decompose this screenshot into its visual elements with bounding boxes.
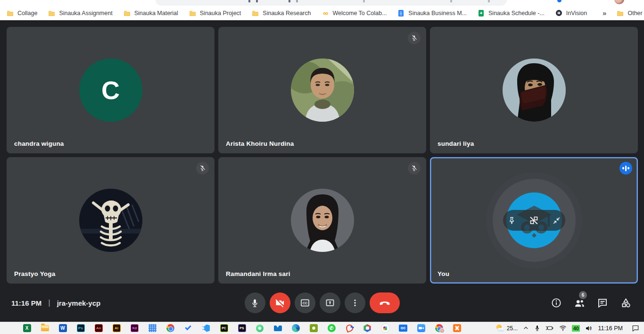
taskbar-edge[interactable] <box>287 322 305 334</box>
excel-icon: X <box>23 324 31 332</box>
folder-icon <box>189 9 197 17</box>
taskbar-slack[interactable] <box>376 322 394 334</box>
taskbar-screen-recorder[interactable] <box>305 322 322 334</box>
present-button[interactable] <box>320 292 340 313</box>
show-everyone-button[interactable]: 6 <box>573 297 586 309</box>
participant-name: Arista Khoiru Nurdina <box>226 140 294 147</box>
participant-grid: C chandra wiguna <box>7 27 638 284</box>
whatsapp-icon: ✆ <box>328 324 336 332</box>
taskbar-calendar-app[interactable] <box>143 322 161 334</box>
bookmark-invision[interactable]: InVision <box>555 9 587 17</box>
extension-icon[interactable] <box>557 0 561 2</box>
invision-icon <box>555 9 563 17</box>
participant-tile[interactable]: Ramandani Irma sari <box>218 157 426 284</box>
taskbar-pycharm[interactable]: PC <box>215 322 233 334</box>
other-bookmarks-button[interactable]: Other bookmarks <box>617 9 644 17</box>
taskbar-start-button[interactable] <box>0 322 18 334</box>
bookmark-sinauka-material[interactable]: Sinauka Material <box>124 9 178 17</box>
taskbar-clock[interactable]: 11:16 PM <box>598 325 623 332</box>
speaking-indicator <box>619 162 632 175</box>
avatar <box>291 189 354 252</box>
taskbar-phpstorm[interactable]: PS <box>233 322 251 334</box>
taskbar-media-app[interactable] <box>340 322 358 334</box>
omnibox-tick <box>248 0 250 2</box>
taskbar-whatsapp[interactable]: ✆ <box>322 322 340 334</box>
meeting-details-button[interactable] <box>550 297 562 309</box>
taskbar-mail[interactable] <box>269 322 287 334</box>
taskbar-todo-check[interactable] <box>179 322 197 334</box>
taskbar-android-emulator[interactable] <box>251 322 269 334</box>
bookmark-sinauka-schedule-[interactable]: Sinauka Schedule -... <box>478 9 545 17</box>
wifi-icon[interactable] <box>559 325 567 331</box>
weather-widget[interactable]: 25... <box>495 325 518 332</box>
bookmark-collage[interactable]: Collage <box>7 9 37 17</box>
taskbar-photoshop[interactable]: Ps <box>72 322 90 334</box>
bookmark-label: Sinauka Research <box>263 10 311 17</box>
taskbar-adobe-xd[interactable]: Xd <box>125 322 143 334</box>
taskbar-word[interactable]: W <box>54 322 72 334</box>
pycharm-icon: PC <box>220 324 228 332</box>
tile-hover-controls <box>503 210 565 231</box>
docs-icon <box>397 9 405 17</box>
bookmarks-overflow-chevron[interactable]: » <box>598 9 611 17</box>
participant-tile[interactable]: Arista Khoiru Nurdina <box>218 27 426 153</box>
taskbar-animate[interactable]: An <box>90 322 107 334</box>
mail-icon <box>274 326 282 331</box>
taskbar-chrome[interactable] <box>161 322 179 334</box>
activities-button[interactable] <box>619 297 632 309</box>
meet-bottom-bar: 11:16 PM | jra-ymek-ycp <box>0 284 644 322</box>
participant-tile[interactable]: sundari liya <box>430 27 638 153</box>
taskbar-chrome-profile[interactable] <box>430 322 448 334</box>
participant-tile[interactable]: C chandra wiguna <box>7 27 215 153</box>
captions-button[interactable]: CC <box>295 292 315 313</box>
action-center-icon[interactable] <box>632 325 639 332</box>
omnibox-tick <box>450 0 452 2</box>
animate-icon: An <box>95 324 103 332</box>
remove-from-grid-button[interactable] <box>529 216 539 225</box>
taskbar-illustrator[interactable]: Ai <box>107 322 125 334</box>
taskbar-file-explorer[interactable] <box>36 322 54 334</box>
omnibox[interactable] <box>156 0 507 6</box>
more-options-button[interactable] <box>345 292 365 313</box>
bookmark-sinauka-research[interactable]: Sinauka Research <box>252 9 311 17</box>
android-emulator-icon <box>256 325 264 332</box>
participant-tile[interactable]: Prastyo Yoga <box>7 157 215 284</box>
taskbar-oc-app[interactable]: oc <box>394 322 412 334</box>
bookmark-label: Sinauka Project <box>200 10 241 17</box>
chat-button[interactable] <box>596 297 609 309</box>
word-icon: W <box>59 324 67 332</box>
bookmark-sinauka-assignment[interactable]: Sinauka Assignment <box>48 9 112 17</box>
taskbar-excel[interactable]: X <box>18 322 36 334</box>
microphone-button[interactable] <box>245 292 265 313</box>
bookmark-sinauka-project[interactable]: Sinauka Project <box>189 9 241 17</box>
chrome-icon <box>166 324 174 332</box>
tray-microphone-icon[interactable] <box>534 325 540 332</box>
leave-call-button[interactable] <box>370 292 400 313</box>
taskbar-zoom-app[interactable] <box>412 322 430 334</box>
volume-icon[interactable] <box>585 325 593 332</box>
bookmarks-bar: CollageSinauka AssignmentSinauka Materia… <box>0 6 644 21</box>
taskbar-vscode[interactable] <box>197 322 215 334</box>
participant-tile-you[interactable]: You <box>430 157 638 284</box>
folder-icon <box>48 9 56 17</box>
screen-recorder-icon <box>310 324 318 332</box>
taskbar-xampp[interactable] <box>448 322 466 334</box>
hidden-icons-chevron[interactable] <box>523 325 529 331</box>
minimize-button[interactable] <box>552 216 561 225</box>
taskbar-hexagon-app[interactable] <box>358 322 376 334</box>
xampp-icon <box>453 324 461 332</box>
browser-avatar[interactable] <box>614 0 624 4</box>
file-explorer-icon <box>41 325 49 331</box>
folder-icon <box>7 9 14 17</box>
pin-button[interactable] <box>507 216 516 225</box>
photoshop-icon: Ps <box>77 324 85 332</box>
omnibox-tick <box>363 0 365 2</box>
battery-percent-badge[interactable]: 40 <box>572 325 580 332</box>
bookmark-label: InVision <box>566 10 587 17</box>
camera-off-button[interactable] <box>270 292 290 313</box>
tray-power-icon[interactable] <box>545 325 554 331</box>
avatar <box>503 58 566 122</box>
bookmark-sinauka-business-m-[interactable]: Sinauka Business M... <box>397 9 467 17</box>
bookmark-welcome-to-colab-[interactable]: ∞Welcome To Colab... <box>322 9 387 17</box>
meet-side-controls: 6 <box>550 297 632 309</box>
